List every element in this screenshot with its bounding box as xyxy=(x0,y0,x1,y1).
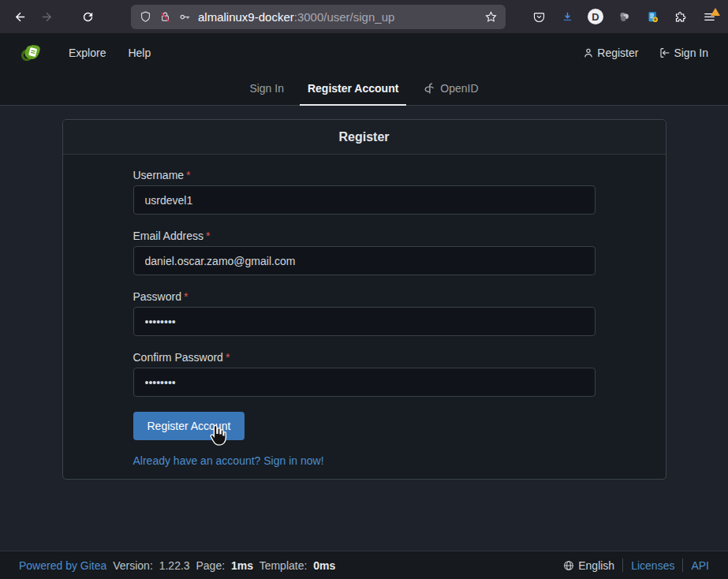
nav-sign-in[interactable]: Sign In xyxy=(659,47,708,59)
template-time-value: 0ms xyxy=(313,559,335,572)
confirm-password-field-group: Confirm Password* xyxy=(133,351,595,397)
d-letter-icon: D xyxy=(588,9,603,24)
register-account-button[interactable]: Register Account xyxy=(133,412,245,440)
email-input[interactable] xyxy=(133,246,595,275)
bookmark-star-icon[interactable] xyxy=(484,10,498,24)
page-time-value: 1ms xyxy=(231,559,253,572)
email-label-text: Email Address xyxy=(133,230,203,242)
confirm-password-label: Confirm Password* xyxy=(133,351,595,364)
document-download-icon xyxy=(646,10,659,24)
required-mark: * xyxy=(226,351,230,364)
person-icon xyxy=(582,47,595,59)
hamburger-menu-button[interactable] xyxy=(696,5,722,28)
pocket-button[interactable] xyxy=(526,5,551,28)
gitea-page: Explore Help Register Sign In xyxy=(0,33,728,579)
nav-right: Register Sign In xyxy=(582,47,708,59)
tab-openid-label: OpenID xyxy=(440,82,478,95)
url-text: almalinux9-docker:3000/user/sign_up xyxy=(198,10,394,24)
version-label: Version: xyxy=(113,559,153,572)
reload-button[interactable] xyxy=(74,5,101,28)
pocket-icon xyxy=(532,10,546,24)
confirm-password-input[interactable] xyxy=(133,368,595,397)
forward-arrow-icon xyxy=(40,10,54,24)
key-icon[interactable] xyxy=(178,10,192,24)
main-content: Register Username* Email Address* Passwo… xyxy=(0,106,728,551)
downloadhelper-extension-button[interactable] xyxy=(611,5,637,28)
email-label: Email Address* xyxy=(133,230,595,242)
tab-register-account[interactable]: Register Account xyxy=(300,73,406,106)
sign-in-now-link[interactable]: Already have an account? Sign in now! xyxy=(133,454,324,467)
language-label: English xyxy=(578,559,614,572)
password-label: Password* xyxy=(133,290,595,303)
password-label-text: Password xyxy=(133,290,181,303)
forward-button[interactable] xyxy=(33,5,60,28)
gitea-logo-icon[interactable] xyxy=(20,41,43,65)
download-arrow-icon xyxy=(561,10,574,24)
footer-divider xyxy=(622,558,623,572)
register-form: Username* Email Address* Password* Confi… xyxy=(63,155,666,479)
auth-tab-bar: Sign In Register Account OpenID xyxy=(0,73,728,106)
url-path: :3000/user/sign_up xyxy=(294,10,395,24)
powered-by-gitea-link[interactable]: Powered by Gitea xyxy=(19,559,106,572)
api-link[interactable]: API xyxy=(691,559,709,572)
required-mark: * xyxy=(184,290,188,303)
footer-divider xyxy=(682,558,683,572)
site-navbar: Explore Help Register Sign In xyxy=(0,33,728,73)
register-panel: Register Username* Email Address* Passwo… xyxy=(62,119,666,480)
username-field-group: Username* xyxy=(133,169,595,215)
alert-badge-icon xyxy=(711,8,720,16)
downloads-button[interactable] xyxy=(554,5,580,28)
password-field-group: Password* xyxy=(133,290,595,336)
url-bar[interactable]: almalinux9-docker:3000/user/sign_up xyxy=(131,5,506,29)
toolbar-extensions-area: D xyxy=(526,5,722,28)
nav-help[interactable]: Help xyxy=(117,33,162,73)
nav-explore[interactable]: Explore xyxy=(58,33,117,73)
back-arrow-icon xyxy=(13,10,27,24)
version-value: 1.22.3 xyxy=(159,559,190,572)
licenses-link[interactable]: Licenses xyxy=(631,559,674,572)
tab-sign-in[interactable]: Sign In xyxy=(241,73,292,106)
tab-openid[interactable]: OpenID xyxy=(414,73,486,106)
username-label-text: Username xyxy=(133,169,185,181)
insecure-lock-icon[interactable] xyxy=(159,10,172,24)
account-extension-button[interactable]: D xyxy=(583,5,608,28)
save-page-extension-button[interactable] xyxy=(640,5,665,28)
panel-title: Register xyxy=(63,120,666,155)
browser-toolbar: almalinux9-docker:3000/user/sign_up D xyxy=(0,0,728,33)
openid-icon xyxy=(422,82,435,95)
confirm-password-label-text: Confirm Password xyxy=(133,351,223,364)
extensions-button[interactable] xyxy=(668,5,693,28)
language-selector[interactable]: English xyxy=(562,559,614,572)
nav-register-label: Register xyxy=(597,47,638,59)
grey-circles-icon xyxy=(618,10,631,24)
sign-in-icon xyxy=(659,47,671,59)
required-mark: * xyxy=(186,169,190,181)
username-input[interactable] xyxy=(133,185,595,215)
nav-register[interactable]: Register xyxy=(582,47,638,59)
reload-icon xyxy=(81,10,95,24)
username-label: Username* xyxy=(133,169,595,181)
footer-right: English Licenses API xyxy=(562,558,709,572)
template-time-label: Template: xyxy=(259,559,308,572)
page-time-label: Page: xyxy=(196,559,226,572)
email-field-group: Email Address* xyxy=(133,230,595,275)
required-mark: * xyxy=(206,230,210,242)
url-host: almalinux9-docker xyxy=(198,10,294,24)
footer-left: Powered by Gitea Version: 1.22.3 Page: 1… xyxy=(19,559,338,572)
nav-sign-in-label: Sign In xyxy=(674,47,708,59)
globe-icon xyxy=(562,559,575,572)
page-footer: Powered by Gitea Version: 1.22.3 Page: 1… xyxy=(0,551,728,579)
password-input[interactable] xyxy=(133,307,595,336)
puzzle-piece-icon xyxy=(674,10,688,24)
back-button[interactable] xyxy=(6,5,33,28)
shield-icon[interactable] xyxy=(139,10,152,24)
browser-window: almalinux9-docker:3000/user/sign_up D xyxy=(0,0,728,579)
